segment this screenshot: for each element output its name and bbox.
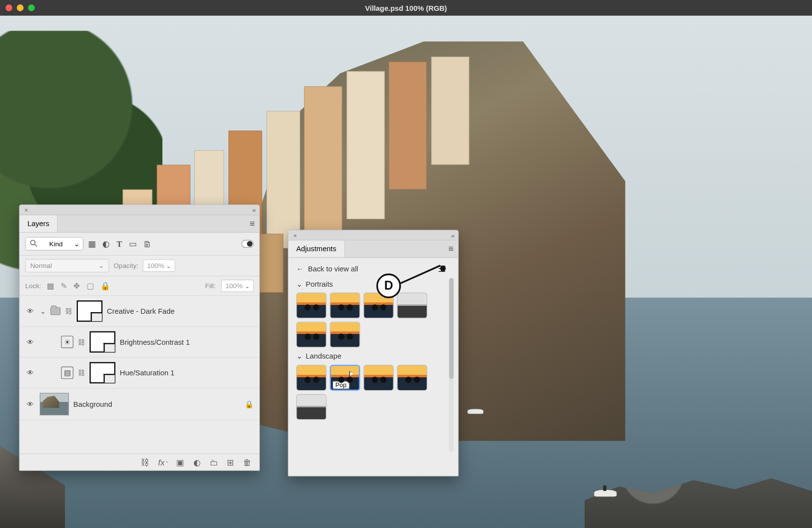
layer-mask-thumb[interactable] bbox=[90, 362, 115, 383]
link-layers-icon[interactable]: ⛓ bbox=[141, 458, 149, 467]
layer-name[interactable]: Hue/Saturation 1 bbox=[120, 368, 175, 377]
preset-thumb[interactable] bbox=[397, 365, 427, 391]
layer-row-group[interactable]: 👁 ⌄ ⛓ Creative - Dark Fade bbox=[20, 296, 259, 327]
callout-anchor-dot bbox=[440, 265, 445, 271]
fill-input[interactable]: 100%⌄ bbox=[221, 280, 253, 292]
chevron-down-icon: ⌄ bbox=[245, 283, 250, 289]
close-icon[interactable]: × bbox=[23, 206, 30, 213]
window-titlebar: Village.psd 100% (RGB) bbox=[0, 0, 812, 16]
svg-line-1 bbox=[35, 244, 37, 247]
visibility-icon[interactable]: 👁 bbox=[25, 368, 35, 377]
link-icon: ⛓ bbox=[65, 307, 72, 315]
huesat-icon: ▤ bbox=[61, 366, 73, 379]
blend-mode-select[interactable]: Normal ⌄ bbox=[25, 259, 109, 272]
new-group-icon[interactable]: 🗀 bbox=[210, 458, 218, 467]
layers-panel[interactable]: × « Layers ≡ Kind ⌄ ▦ ◐ T ▭ 🗎 bbox=[19, 204, 260, 471]
tab-layers[interactable]: Layers bbox=[20, 215, 58, 232]
visibility-icon[interactable]: 👁 bbox=[25, 400, 35, 408]
visibility-icon[interactable]: 👁 bbox=[25, 338, 35, 346]
scrollbar[interactable] bbox=[449, 278, 454, 452]
adjustments-panel[interactable]: × « Adjustments ≡ ← Back to view all ☰ ⌄… bbox=[288, 230, 459, 477]
preset-grid-portraits bbox=[296, 293, 446, 348]
layer-row-adjustment[interactable]: 👁 ☀ ⛓ Brightness/Contrast 1 bbox=[20, 327, 259, 358]
filter-pixel-icon[interactable]: ▦ bbox=[88, 239, 96, 249]
chevron-down-icon: ⌄ bbox=[74, 240, 79, 248]
visibility-icon[interactable]: 👁 bbox=[25, 307, 35, 315]
add-mask-icon[interactable]: ▣ bbox=[176, 457, 184, 467]
cursor-icon bbox=[349, 371, 354, 376]
filter-toggle[interactable] bbox=[241, 240, 253, 248]
lock-position-icon[interactable]: ✥ bbox=[73, 281, 80, 290]
lock-transparent-icon[interactable]: ▩ bbox=[47, 281, 54, 290]
fill-label: Fill: bbox=[205, 282, 216, 290]
filter-smartobject-icon[interactable]: 🗎 bbox=[143, 239, 152, 248]
preset-thumb[interactable] bbox=[397, 293, 427, 318]
collapse-icon[interactable]: « bbox=[451, 231, 455, 239]
layers-footer: ⛓ fx˅ ▣ ◐ 🗀 ⊞ 🗑 bbox=[20, 454, 259, 470]
filter-shape-icon[interactable]: ▭ bbox=[129, 239, 137, 249]
chevron-down-icon: ⌄ bbox=[296, 352, 303, 361]
collapse-icon[interactable]: « bbox=[252, 206, 256, 214]
layer-filter-kind-select[interactable]: Kind ⌄ bbox=[25, 237, 83, 250]
layer-name[interactable]: Background bbox=[73, 400, 112, 408]
layer-row-background[interactable]: 👁 Background 🔒 bbox=[20, 389, 259, 421]
preset-thumb[interactable] bbox=[330, 293, 360, 318]
arrow-left-icon: ← bbox=[296, 264, 304, 273]
preset-thumb-selected[interactable]: Pop bbox=[330, 365, 360, 391]
preset-thumb[interactable] bbox=[364, 365, 394, 391]
layer-thumb[interactable] bbox=[40, 393, 69, 416]
preset-tooltip: Pop bbox=[333, 381, 349, 389]
lock-pixels-icon[interactable]: ✎ bbox=[61, 281, 67, 290]
new-adjustment-icon[interactable]: ◐ bbox=[193, 457, 201, 467]
preset-thumb[interactable] bbox=[296, 293, 326, 318]
lock-artboard-icon[interactable]: ▢ bbox=[87, 281, 94, 290]
layer-list: 👁 ⌄ ⛓ Creative - Dark Fade 👁 ☀ ⛓ Brightn… bbox=[20, 296, 259, 454]
preset-thumb[interactable] bbox=[296, 365, 326, 391]
chevron-down-icon: ⌄ bbox=[98, 262, 104, 269]
lock-label: Lock: bbox=[25, 282, 41, 290]
lock-all-icon[interactable]: 🔒 bbox=[100, 281, 110, 290]
preset-thumb[interactable] bbox=[296, 322, 326, 347]
filter-type-icon[interactable]: T bbox=[117, 239, 122, 248]
lock-icon[interactable]: 🔒 bbox=[245, 400, 253, 408]
layer-name[interactable]: Brightness/Contrast 1 bbox=[120, 338, 190, 346]
opacity-input[interactable]: 100%⌄ bbox=[143, 260, 175, 272]
preset-thumb[interactable] bbox=[296, 394, 326, 420]
close-icon[interactable]: × bbox=[292, 232, 299, 239]
brightness-icon: ☀ bbox=[61, 336, 73, 348]
preset-grid-landscape: Pop bbox=[296, 365, 446, 420]
preset-section-header[interactable]: ⌄ Landscape bbox=[296, 352, 446, 361]
search-icon bbox=[29, 238, 38, 249]
delete-layer-icon[interactable]: 🗑 bbox=[243, 458, 251, 467]
folder-icon bbox=[50, 307, 60, 315]
layer-mask-thumb[interactable] bbox=[90, 331, 115, 353]
panel-menu-icon[interactable]: ≡ bbox=[245, 216, 259, 231]
window-title: Village.psd 100% (RGB) bbox=[0, 3, 812, 12]
opacity-label: Opacity: bbox=[114, 262, 138, 269]
chevron-down-icon[interactable]: ⌄ bbox=[40, 307, 46, 315]
layer-row-adjustment[interactable]: 👁 ▤ ⛓ Hue/Saturation 1 bbox=[20, 358, 259, 389]
tab-adjustments[interactable]: Adjustments bbox=[288, 240, 344, 257]
layer-filter-row: Kind ⌄ ▦ ◐ T ▭ 🗎 bbox=[20, 232, 259, 256]
chevron-down-icon: ⌄ bbox=[166, 263, 171, 269]
callout-badge: D bbox=[376, 273, 401, 298]
preset-section-header[interactable]: ⌄ Portraits bbox=[296, 280, 446, 288]
layer-style-icon[interactable]: fx˅ bbox=[158, 458, 167, 467]
filter-adjustment-icon[interactable]: ◐ bbox=[102, 239, 110, 249]
preset-thumb[interactable] bbox=[330, 322, 360, 347]
new-layer-icon[interactable]: ⊞ bbox=[227, 457, 234, 467]
layer-name[interactable]: Creative - Dark Fade bbox=[107, 307, 174, 315]
svg-point-0 bbox=[31, 240, 35, 244]
chevron-down-icon: ⌄ bbox=[296, 280, 303, 288]
layer-mask-thumb[interactable] bbox=[77, 300, 102, 322]
link-icon: ⛓ bbox=[78, 368, 85, 377]
link-icon: ⛓ bbox=[78, 338, 85, 346]
panel-menu-icon[interactable]: ≡ bbox=[444, 241, 458, 256]
